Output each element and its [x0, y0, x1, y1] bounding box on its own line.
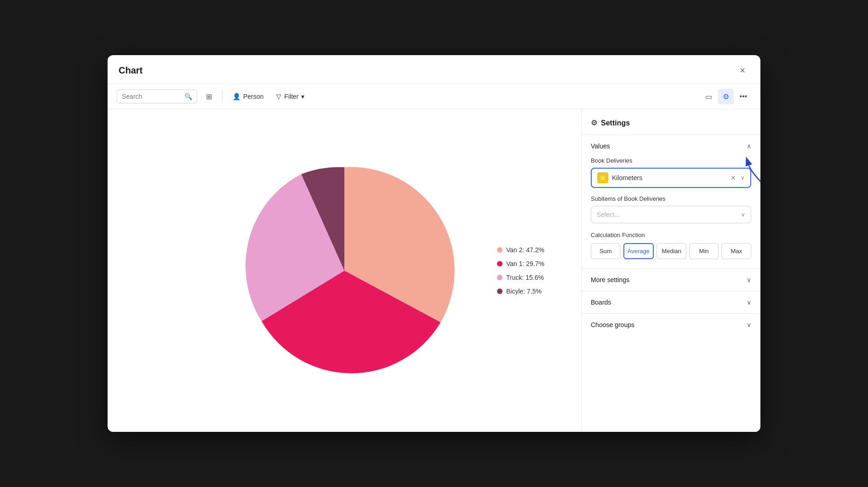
values-chevron-up-icon: ∧ — [747, 142, 751, 150]
title-bar: Chart × — [108, 55, 760, 84]
search-input[interactable] — [122, 93, 182, 100]
kilometers-dropdown[interactable]: ⊞ Kilometers ✕ ∨ — [591, 168, 751, 188]
legend-item-van1: Van 1: 29.7% — [497, 260, 544, 267]
legend-dot-truck — [497, 275, 503, 280]
choose-groups-section: Choose groups ∨ — [582, 313, 760, 336]
legend-dot-bicycle — [497, 289, 503, 294]
toolbar-divider — [222, 90, 223, 103]
legend-item-van2: Van 2: 47.2% — [497, 246, 544, 254]
window-title: Chart — [119, 65, 143, 76]
filter-button[interactable]: ▽ Filter ▾ — [272, 90, 309, 103]
values-section-header[interactable]: Values ∧ — [582, 135, 760, 157]
chart-legend: Van 2: 47.2% Van 1: 29.7% Truck: 15.6% B… — [497, 246, 544, 295]
person-icon: 👤 — [233, 93, 240, 100]
field-chevron-icon: ∨ — [741, 175, 745, 181]
book-deliveries-label: Book Deliveries — [591, 157, 751, 164]
subitems-label: Subitems of Book Deliveries — [591, 195, 751, 202]
values-section: Values ∧ Book Deliveries ⊞ Kilometers ✕ … — [582, 135, 760, 268]
more-settings-section: More settings ∨ — [582, 268, 760, 291]
filter-chevron-icon: ▾ — [301, 93, 304, 100]
calc-buttons: Sum Average Median Min Max — [591, 243, 751, 259]
more-settings-header[interactable]: More settings ∨ — [582, 269, 760, 291]
calc-average-button[interactable]: Average — [623, 243, 654, 259]
boards-section-header[interactable]: Boards ∨ — [582, 291, 760, 313]
more-options-button[interactable]: ••• — [736, 89, 751, 104]
person-button[interactable]: 👤 Person — [228, 90, 268, 103]
collapse-icon: ▭ — [705, 92, 712, 101]
calc-max-button[interactable]: Max — [721, 243, 751, 259]
select-chevron-icon: ∨ — [741, 211, 745, 218]
kilometers-dropdown-wrapper: ⊞ Kilometers ✕ ∨ — [591, 168, 751, 188]
legend-dot-van1 — [497, 261, 503, 266]
chart-area: Van 2: 47.2% Van 1: 29.7% Truck: 15.6% B… — [108, 109, 581, 432]
field-icon: ⊞ — [597, 172, 608, 183]
boards-section: Boards ∨ — [582, 291, 760, 313]
settings-gear-icon: ⚙ — [591, 119, 597, 127]
close-button[interactable]: × — [736, 63, 749, 77]
main-content: Van 2: 47.2% Van 1: 29.7% Truck: 15.6% B… — [108, 109, 760, 432]
pie-svg — [229, 156, 459, 385]
toolbar: 🔍 ⊞ 👤 Person ▽ Filter ▾ ▭ ⚙ ••• — [108, 84, 760, 109]
calc-label: Calculation Function — [591, 232, 751, 238]
filter-icon: ▽ — [276, 93, 281, 100]
calc-median-button[interactable]: Median — [657, 243, 686, 259]
search-icon: 🔍 — [184, 93, 192, 100]
more-settings-chevron-icon: ∨ — [747, 276, 751, 283]
field-clear-button[interactable]: ✕ — [730, 174, 737, 181]
pie-chart — [229, 156, 459, 385]
collapse-button[interactable]: ▭ — [701, 89, 716, 104]
toolbar-right: ▭ ⚙ ••• — [701, 89, 751, 104]
boards-chevron-icon: ∨ — [747, 299, 751, 306]
legend-dot-van2 — [497, 247, 503, 253]
choose-groups-header[interactable]: Choose groups ∨ — [582, 314, 760, 336]
legend-item-bicycle: Bicyle: 7.5% — [497, 288, 544, 295]
settings-header: ⚙ Settings — [582, 109, 760, 135]
gear-icon: ⚙ — [723, 92, 729, 101]
chart-window: Chart × 🔍 ⊞ 👤 Person ▽ Filter ▾ ▭ ⚙ — [108, 55, 760, 432]
values-section-content: Book Deliveries ⊞ Kilometers ✕ ∨ — [582, 157, 760, 268]
settings-icon-button[interactable]: ⚙ — [718, 89, 734, 104]
subitems-select[interactable]: Select... ∨ — [591, 206, 751, 223]
legend-item-truck: Truck: 15.6% — [497, 274, 544, 281]
calc-min-button[interactable]: Min — [689, 243, 719, 259]
more-icon: ••• — [740, 92, 748, 101]
choose-groups-chevron-icon: ∨ — [747, 321, 751, 328]
save-icon-button[interactable]: ⊞ — [201, 89, 217, 104]
calc-sum-button[interactable]: Sum — [591, 243, 621, 259]
save-icon: ⊞ — [206, 92, 212, 101]
search-box[interactable]: 🔍 — [117, 90, 197, 103]
settings-panel: ⚙ Settings Values ∧ Book Deliveries ⊞ Ki… — [581, 109, 760, 432]
